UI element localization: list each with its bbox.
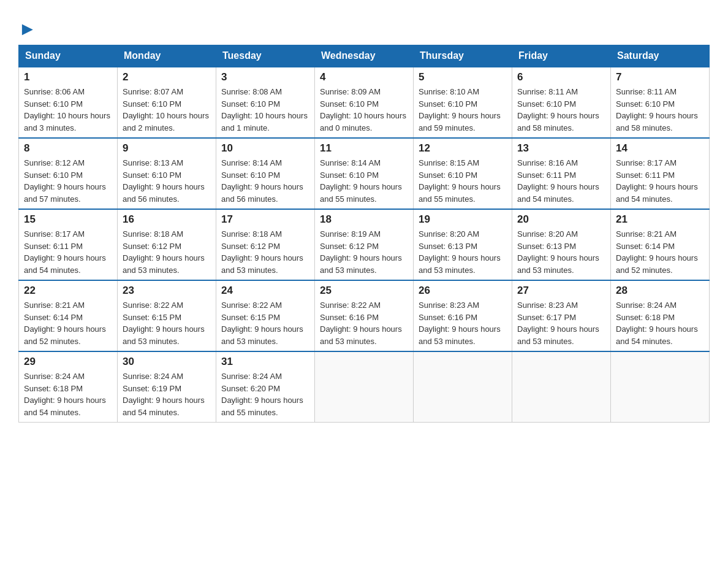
day-number: 31 [221,356,309,368]
day-number: 14 [616,142,704,155]
day-number: 2 [123,71,211,83]
logo-arrow-icon: ► [18,18,37,39]
calendar-cell: 17Sunrise: 8:18 AMSunset: 6:12 PMDayligh… [216,209,315,280]
day-number: 30 [123,356,211,368]
day-info: Sunrise: 8:14 AMSunset: 6:10 PMDaylight:… [221,157,309,205]
day-number: 13 [517,142,605,155]
day-info: Sunrise: 8:12 AMSunset: 6:10 PMDaylight:… [24,157,112,205]
day-number: 11 [320,142,408,155]
logo: ► [18,18,37,39]
calendar-header-row: SundayMondayTuesdayWednesdayThursdayFrid… [19,45,710,67]
day-number: 4 [320,71,408,83]
calendar-cell: 12Sunrise: 8:15 AMSunset: 6:10 PMDayligh… [414,138,512,209]
day-info: Sunrise: 8:13 AMSunset: 6:10 PMDaylight:… [123,157,211,205]
day-header-tuesday: Tuesday [216,45,315,67]
calendar-week-row: 15Sunrise: 8:17 AMSunset: 6:11 PMDayligh… [19,209,710,280]
day-number: 9 [123,142,211,155]
day-number: 21 [616,213,704,226]
calendar-cell: 29Sunrise: 8:24 AMSunset: 6:18 PMDayligh… [19,351,118,423]
day-info: Sunrise: 8:24 AMSunset: 6:20 PMDaylight:… [221,370,309,418]
calendar-cell: 24Sunrise: 8:22 AMSunset: 6:15 PMDayligh… [216,280,315,351]
calendar-cell: 1Sunrise: 8:06 AMSunset: 6:10 PMDaylight… [19,67,118,138]
day-info: Sunrise: 8:11 AMSunset: 6:10 PMDaylight:… [616,86,704,134]
calendar-cell: 18Sunrise: 8:19 AMSunset: 6:12 PMDayligh… [315,209,414,280]
day-number: 22 [24,285,112,297]
day-header-sunday: Sunday [19,45,118,67]
day-number: 8 [24,142,112,155]
day-info: Sunrise: 8:18 AMSunset: 6:12 PMDaylight:… [221,228,309,276]
calendar-cell: 23Sunrise: 8:22 AMSunset: 6:15 PMDayligh… [118,280,216,351]
calendar-week-row: 1Sunrise: 8:06 AMSunset: 6:10 PMDaylight… [19,67,710,138]
day-info: Sunrise: 8:09 AMSunset: 6:10 PMDaylight:… [320,86,408,134]
day-info: Sunrise: 8:17 AMSunset: 6:11 PMDaylight:… [24,228,112,276]
day-info: Sunrise: 8:20 AMSunset: 6:13 PMDaylight:… [517,228,605,276]
day-info: Sunrise: 8:20 AMSunset: 6:13 PMDaylight:… [419,228,507,276]
day-info: Sunrise: 8:15 AMSunset: 6:10 PMDaylight:… [419,157,507,205]
day-number: 1 [24,71,112,83]
day-number: 19 [419,213,507,226]
calendar-cell: 13Sunrise: 8:16 AMSunset: 6:11 PMDayligh… [512,138,611,209]
calendar-cell: 6Sunrise: 8:11 AMSunset: 6:10 PMDaylight… [512,67,611,138]
calendar-cell: 9Sunrise: 8:13 AMSunset: 6:10 PMDaylight… [118,138,216,209]
calendar-cell: 8Sunrise: 8:12 AMSunset: 6:10 PMDaylight… [19,138,118,209]
day-info: Sunrise: 8:24 AMSunset: 6:19 PMDaylight:… [123,370,211,418]
calendar-cell [414,351,512,423]
calendar-cell: 28Sunrise: 8:24 AMSunset: 6:18 PMDayligh… [611,280,710,351]
day-number: 24 [221,285,309,297]
day-number: 16 [123,213,211,226]
calendar-cell: 5Sunrise: 8:10 AMSunset: 6:10 PMDaylight… [414,67,512,138]
calendar-cell: 19Sunrise: 8:20 AMSunset: 6:13 PMDayligh… [414,209,512,280]
day-header-monday: Monday [118,45,216,67]
day-info: Sunrise: 8:07 AMSunset: 6:10 PMDaylight:… [123,86,211,134]
day-number: 5 [419,71,507,83]
day-info: Sunrise: 8:18 AMSunset: 6:12 PMDaylight:… [123,228,211,276]
day-number: 17 [221,213,309,226]
day-number: 25 [320,285,408,297]
day-number: 18 [320,213,408,226]
calendar-cell: 31Sunrise: 8:24 AMSunset: 6:20 PMDayligh… [216,351,315,423]
day-header-saturday: Saturday [611,45,710,67]
calendar-week-row: 22Sunrise: 8:21 AMSunset: 6:14 PMDayligh… [19,280,710,351]
calendar-cell: 20Sunrise: 8:20 AMSunset: 6:13 PMDayligh… [512,209,611,280]
day-info: Sunrise: 8:21 AMSunset: 6:14 PMDaylight:… [24,299,112,347]
day-number: 7 [616,71,704,83]
day-number: 20 [517,213,605,226]
day-header-friday: Friday [512,45,611,67]
day-info: Sunrise: 8:11 AMSunset: 6:10 PMDaylight:… [517,86,605,134]
day-number: 23 [123,285,211,297]
day-header-thursday: Thursday [414,45,512,67]
day-number: 27 [517,285,605,297]
day-info: Sunrise: 8:16 AMSunset: 6:11 PMDaylight:… [517,157,605,205]
day-info: Sunrise: 8:21 AMSunset: 6:14 PMDaylight:… [616,228,704,276]
calendar-week-row: 8Sunrise: 8:12 AMSunset: 6:10 PMDaylight… [19,138,710,209]
calendar-cell: 25Sunrise: 8:22 AMSunset: 6:16 PMDayligh… [315,280,414,351]
calendar-cell: 30Sunrise: 8:24 AMSunset: 6:19 PMDayligh… [118,351,216,423]
day-info: Sunrise: 8:17 AMSunset: 6:11 PMDaylight:… [616,157,704,205]
day-info: Sunrise: 8:10 AMSunset: 6:10 PMDaylight:… [419,86,507,134]
day-info: Sunrise: 8:06 AMSunset: 6:10 PMDaylight:… [24,86,112,134]
calendar-cell: 27Sunrise: 8:23 AMSunset: 6:17 PMDayligh… [512,280,611,351]
calendar-cell [315,351,414,423]
calendar-cell: 3Sunrise: 8:08 AMSunset: 6:10 PMDaylight… [216,67,315,138]
calendar-cell: 15Sunrise: 8:17 AMSunset: 6:11 PMDayligh… [19,209,118,280]
calendar-cell [512,351,611,423]
calendar-cell: 11Sunrise: 8:14 AMSunset: 6:10 PMDayligh… [315,138,414,209]
day-info: Sunrise: 8:22 AMSunset: 6:15 PMDaylight:… [221,299,309,347]
calendar-cell: 7Sunrise: 8:11 AMSunset: 6:10 PMDaylight… [611,67,710,138]
calendar-cell: 10Sunrise: 8:14 AMSunset: 6:10 PMDayligh… [216,138,315,209]
day-info: Sunrise: 8:24 AMSunset: 6:18 PMDaylight:… [24,370,112,418]
day-info: Sunrise: 8:22 AMSunset: 6:15 PMDaylight:… [123,299,211,347]
calendar-cell: 4Sunrise: 8:09 AMSunset: 6:10 PMDaylight… [315,67,414,138]
calendar-cell: 22Sunrise: 8:21 AMSunset: 6:14 PMDayligh… [19,280,118,351]
day-number: 12 [419,142,507,155]
day-info: Sunrise: 8:23 AMSunset: 6:17 PMDaylight:… [517,299,605,347]
day-number: 15 [24,213,112,226]
day-number: 29 [24,356,112,368]
calendar-week-row: 29Sunrise: 8:24 AMSunset: 6:18 PMDayligh… [19,351,710,423]
calendar-table: SundayMondayTuesdayWednesdayThursdayFrid… [18,45,710,423]
page-header: ► [18,12,710,39]
day-info: Sunrise: 8:22 AMSunset: 6:16 PMDaylight:… [320,299,408,347]
day-info: Sunrise: 8:14 AMSunset: 6:10 PMDaylight:… [320,157,408,205]
day-header-wednesday: Wednesday [315,45,414,67]
day-number: 26 [419,285,507,297]
